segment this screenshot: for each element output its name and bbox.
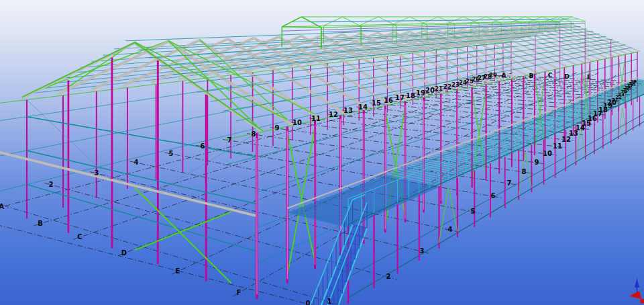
grid-label-0: 0 [306,300,311,305]
grid-label-15: 15 [372,99,381,107]
grid-label-C: C [548,72,553,79]
grid-label-B: B [38,220,43,227]
grid-label-3: 3 [420,247,425,255]
grid-label-16: 16 [384,97,393,104]
cad-3d-viewport[interactable]: 0011223344556677889910101111121213131414… [0,0,644,305]
grid-label-8: 8 [252,130,256,138]
grid-label-9: 9 [275,124,280,132]
grid-label-5: 5 [169,150,174,157]
grid-label-2: 2 [386,273,391,280]
grid-label-3: 3 [95,169,99,177]
grid-label-17: 17 [395,94,405,101]
grid-label-E: E [587,74,591,81]
grid-label-5: 5 [471,208,476,215]
grid-label-29: 29 [489,72,497,79]
grid-label-7: 7 [227,136,232,144]
ucs-axis-icon [629,278,644,304]
grid-label-B: B [529,73,534,79]
grid-label-29: 29 [630,79,637,85]
grid-label-1: 1 [327,298,332,305]
grid-label-20: 20 [425,87,435,94]
grid-label-22: 22 [443,83,451,90]
grid-label-D: D [121,249,127,257]
grid-label-7: 7 [507,179,512,187]
grid-label-10: 10 [543,150,552,157]
grid-label-C: C [77,233,82,241]
grid-label-19: 19 [416,89,425,97]
grid-label-2: 2 [49,181,54,188]
grid-label-E: E [176,267,180,275]
grid-label-4: 4 [448,226,453,233]
grid-label-11: 11 [311,115,321,122]
grid-label-D: D [564,73,569,80]
grid-label-8: 8 [522,168,527,175]
grid-label-13: 13 [343,107,353,114]
grid-label-21: 21 [435,85,443,92]
grid-label-14: 14 [358,103,368,111]
grid-label-18: 18 [406,92,415,99]
grid-label-11: 11 [553,142,562,150]
grid-label-6: 6 [201,142,205,150]
grid-label-9: 9 [535,159,539,166]
grid-label-10: 10 [292,119,302,126]
grid-label-A: A [502,72,506,79]
grid-label-4: 4 [134,159,139,166]
grid-label-A: A [0,203,4,210]
grid-label-12: 12 [329,111,338,118]
grid-label-6: 6 [491,192,496,200]
model-canvas: 0011223344556677889910101111121213131414… [0,0,644,305]
grid-label-F: F [237,289,241,296]
